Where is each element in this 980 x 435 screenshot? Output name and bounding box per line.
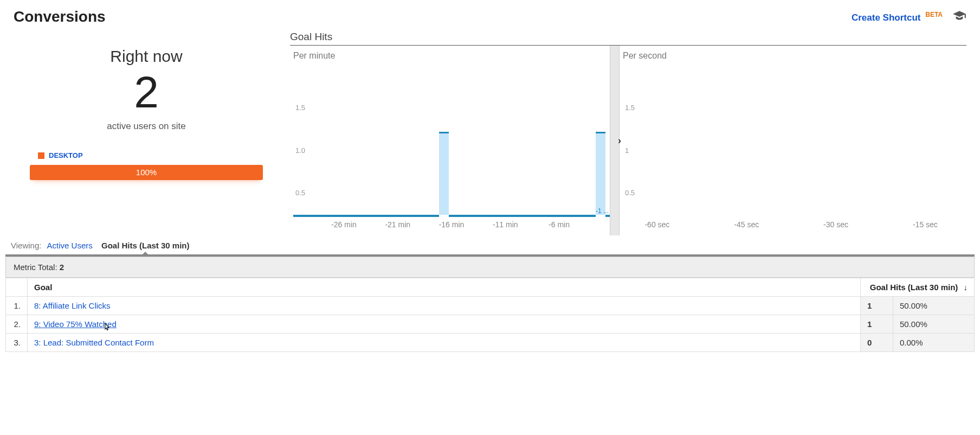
xtick: -21 min: [385, 220, 410, 229]
goal-link[interactable]: 8: Affiliate Link Clicks: [34, 301, 111, 310]
viewing-label: Viewing:: [11, 241, 41, 250]
xtick: -30 sec: [823, 220, 848, 229]
row-hits: 1: [861, 315, 893, 334]
ytick: 1.5: [295, 104, 305, 112]
ytick: 0.5: [625, 189, 635, 197]
row-pct: 50.00%: [893, 315, 975, 334]
row-index: 1.: [6, 297, 28, 315]
ytick: 1.5: [625, 104, 635, 112]
goal-link[interactable]: 9: Video 75% Watched: [34, 319, 117, 329]
chart-expand-handle[interactable]: ›: [610, 46, 620, 235]
beta-badge: BETA: [925, 11, 943, 18]
ytick: 1.0: [295, 146, 305, 154]
chart-bar: [439, 132, 449, 217]
create-shortcut-label: Create Shortcut: [852, 12, 921, 22]
row-index: 3.: [6, 334, 28, 352]
metric-total-value: 2: [60, 263, 64, 272]
col-goal-header[interactable]: Goal: [28, 278, 861, 297]
active-users-label: active users on site: [14, 121, 279, 132]
row-hits: 1: [861, 297, 893, 315]
sort-desc-icon: ↓: [964, 283, 968, 292]
xtick: -11 min: [493, 220, 518, 229]
per-minute-label: Per minute: [293, 51, 610, 61]
per-minute-chart: Per minute 1.5 1.0 0.5 -1 ...: [290, 46, 610, 235]
ytick: 0.5: [295, 189, 305, 197]
col-hits-label: Goal Hits (Last 30 min): [870, 283, 958, 292]
xtick: -60 sec: [644, 220, 669, 229]
xtick: -15 sec: [913, 220, 938, 229]
chart-hover-label: -1 ...: [596, 207, 609, 215]
row-hits: 0: [861, 334, 893, 352]
xtick: -16 min: [439, 220, 465, 229]
table-row: 3. 3: Lead: Submitted Contact Form 0 0.0…: [6, 334, 975, 352]
row-pct: 50.00%: [893, 297, 975, 315]
create-shortcut-link[interactable]: Create Shortcut BETA: [852, 11, 943, 23]
tab-goal-hits[interactable]: Goal Hits (Last 30 min): [101, 241, 190, 250]
xtick: -45 sec: [734, 220, 759, 229]
chart-baseline: [293, 215, 610, 217]
col-hits-header[interactable]: Goal Hits (Last 30 min) ↓: [861, 278, 975, 297]
xtick: -26 min: [331, 220, 357, 229]
device-percent-bar: 100%: [30, 165, 263, 180]
xtick: -6 min: [549, 220, 570, 229]
goal-link[interactable]: 3: Lead: Submitted Contact Form: [34, 338, 154, 347]
table-row: 1. 8: Affiliate Link Clicks 1 50.00%: [6, 297, 975, 315]
table-row: 2. 9: Video 75% Watched 1 50.00%: [6, 315, 975, 334]
tab-active-users[interactable]: Active Users: [47, 241, 93, 250]
desktop-legend-swatch: [38, 152, 44, 159]
ytick: 1: [625, 146, 629, 154]
per-second-label: Per second: [623, 51, 966, 61]
goal-hits-title: Goal Hits: [290, 31, 966, 46]
goals-table: Goal Goal Hits (Last 30 min) ↓ 1. 8: Aff…: [5, 278, 975, 352]
per-second-chart: Per second 1.5 1 0.5 -60 sec -45 sec -30…: [620, 46, 966, 235]
chart-bar: [596, 132, 605, 217]
row-pct: 0.00%: [893, 334, 975, 352]
row-index: 2.: [6, 315, 28, 334]
metric-total-label: Metric Total:: [14, 263, 57, 272]
right-now-label: Right now: [14, 47, 279, 66]
page-title: Conversions: [14, 8, 106, 25]
metric-total: Metric Total: 2: [5, 257, 975, 278]
device-label: DESKTOP: [49, 151, 83, 159]
active-users-count: 2: [14, 68, 279, 117]
graduation-cap-icon[interactable]: [952, 9, 966, 25]
